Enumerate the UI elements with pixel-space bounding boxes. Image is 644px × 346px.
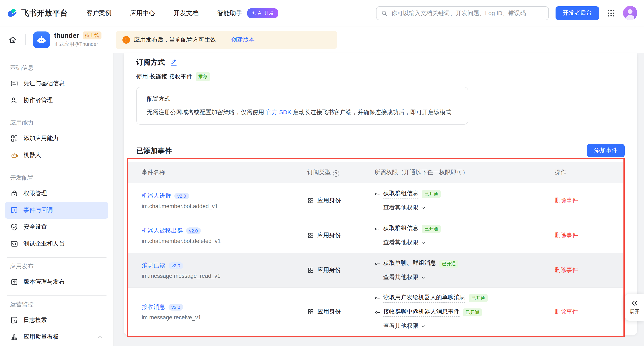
app-name: thunder [54, 32, 79, 39]
event-name-link[interactable]: 机器人进群 [142, 192, 171, 200]
edit-subscription-icon[interactable] [171, 59, 176, 66]
bar-chart-icon [10, 333, 18, 341]
key-icon [374, 295, 381, 301]
feishu-bird-icon [7, 7, 18, 19]
col-header-subscription-type: 订阅类型? [307, 168, 374, 176]
view-other-permissions[interactable]: 查看其他权限 [383, 274, 555, 281]
subscription-type: 应用身份 [318, 197, 341, 204]
sidebar-item-label: 机器人 [24, 152, 41, 159]
events-table: 事件名称 订阅类型? 所需权限（开通以下任一权限即可） 操作 [128, 162, 623, 336]
user-avatar[interactable] [623, 6, 637, 20]
delete-event-link[interactable]: 删除事件 [555, 308, 578, 315]
sparkle-icon [251, 10, 256, 16]
delete-event-link[interactable]: 删除事件 [555, 197, 578, 204]
subscription-mode-line: 使用 长连接 接收事件 推荐 [136, 72, 625, 81]
home-icon[interactable] [7, 34, 18, 46]
search-input[interactable] [391, 10, 544, 16]
main-area: 订阅方式 使用 长连接 接收事件 推荐 配置方式 [114, 53, 644, 346]
permission-status-badge: 已开通 [463, 308, 482, 316]
sidebar-item-collaborators[interactable]: 协作者管理 [5, 92, 108, 109]
permission-name[interactable]: 获取群组信息 [383, 190, 418, 198]
sidebar-item-log-search[interactable]: 日志检索 [5, 312, 108, 328]
app-identity-icon [307, 308, 314, 315]
app-grid-icon[interactable] [607, 9, 616, 18]
collaborator-add-icon [10, 96, 18, 105]
subscription-type: 应用身份 [318, 266, 341, 274]
sidebar-item-label: 日志检索 [24, 316, 47, 324]
delete-event-link[interactable]: 删除事件 [555, 232, 578, 238]
nav-customer-cases[interactable]: 客户案例 [86, 9, 112, 17]
sidebar-item-events-callbacks[interactable]: 事件与回调 [5, 202, 108, 219]
ai-dev-badge[interactable]: AI 开发 [247, 8, 278, 18]
event-code: im.chat.member.bot.deleted_v1 [142, 238, 307, 244]
official-sdk-link[interactable]: 官方 SDK [266, 109, 291, 115]
view-other-permissions[interactable]: 查看其他权限 [383, 239, 555, 246]
expand-panel-button[interactable]: 展开 [625, 294, 644, 321]
sidebar-item-permissions[interactable]: 权限管理 [5, 185, 108, 202]
view-other-permissions[interactable]: 查看其他权限 [383, 204, 555, 211]
sidebar-item-credentials[interactable]: 凭证与基础信息 [5, 75, 108, 92]
help-icon[interactable]: ? [333, 170, 339, 176]
nav-dev-docs[interactable]: 开发文档 [174, 9, 199, 17]
table-row: 接收消息 v2.0 im.message.receive_v1 [128, 287, 623, 336]
event-code: im.message.message_read_v1 [142, 272, 307, 279]
table-row: 机器人被移出群 v2.0 im.chat.member.bot.deleted_… [128, 218, 623, 253]
sidebar-item-label: 凭证与基础信息 [24, 80, 64, 87]
app-identity-icon [307, 197, 314, 204]
divider [7, 295, 106, 296]
sidebar-item-test-company[interactable]: 测试企业和人员 [5, 235, 108, 252]
chevron-up-icon[interactable] [97, 334, 103, 340]
event-name-link[interactable]: 接收消息 [142, 303, 165, 311]
version-badge: v2.0 [168, 304, 183, 310]
subscription-type: 应用身份 [318, 232, 341, 239]
top-nav: 客户案例 应用中心 开发文档 智能助手 AI 开发 [86, 8, 278, 18]
view-other-permissions[interactable]: 查看其他权限 [383, 322, 555, 330]
credential-icon [10, 79, 18, 88]
status-badge: 待上线 [82, 32, 101, 40]
expand-label: 展开 [630, 308, 640, 315]
permission-name[interactable]: 接收群聊中@机器人消息事件 [383, 308, 460, 317]
permission-name[interactable]: 读取用户发给机器人的单聊消息 [383, 294, 466, 302]
nav-app-center[interactable]: 应用中心 [130, 9, 155, 17]
sidebar-item-quality-dashboard[interactable]: 应用质量看板 [5, 328, 108, 345]
sidebar-item-security[interactable]: 安全设置 [5, 219, 108, 235]
create-version-link[interactable]: 创建版本 [231, 36, 255, 44]
robot-icon [10, 151, 18, 159]
app-identity-icon [307, 267, 314, 274]
logo-text: 飞书开放平台 [22, 8, 68, 18]
app-identity-icon [307, 232, 314, 239]
nav-ai-assistant[interactable]: 智能助手 [217, 9, 242, 17]
lock-icon [10, 189, 18, 198]
chevron-down-icon [420, 240, 426, 245]
chevron-down-icon [420, 205, 426, 210]
sidebar-item-add-capability[interactable]: 添加应用能力 [5, 130, 108, 147]
sidebar-item-label: 测试企业和人员 [24, 240, 64, 248]
version-badge: v2.0 [174, 192, 189, 199]
chevron-down-icon [420, 275, 426, 280]
sidebar-item-bot[interactable]: 机器人 [5, 147, 108, 164]
dev-console-button[interactable]: 开发者后台 [556, 6, 599, 20]
permission-name[interactable]: 获取单聊、群组消息 [383, 259, 436, 268]
delete-event-link[interactable]: 删除事件 [555, 266, 578, 273]
add-event-button[interactable]: 添加事件 [587, 144, 625, 157]
topbar-right: 开发者后台 [376, 6, 637, 20]
event-callback-icon [10, 206, 18, 214]
sidebar-item-label: 添加应用能力 [24, 135, 59, 142]
table-header-row: 事件名称 订阅类型? 所需权限（开通以下任一权限即可） 操作 [128, 162, 623, 183]
divider [7, 114, 106, 114]
feishu-logo[interactable]: 飞书开放平台 [7, 7, 68, 19]
config-mode-desc: 无需注册公网域名或配置加密策略，仅需使用 官方 SDK 启动长连接飞书客户端，并… [147, 109, 458, 116]
sidebar-item-label: 应用质量看板 [24, 333, 59, 341]
content-area: 基础信息 凭证与基础信息 [0, 53, 644, 346]
global-search[interactable] [376, 6, 549, 20]
event-name-link[interactable]: 机器人被移出群 [142, 227, 183, 234]
permission-name[interactable]: 获取群组信息 [383, 224, 418, 233]
event-name-link[interactable]: 消息已读 [142, 262, 165, 269]
permission-status-badge: 已开通 [422, 225, 441, 233]
sidebar-item-label: 协作者管理 [24, 97, 53, 104]
long-connection-label: 长连接 [150, 73, 167, 80]
double-chevron-left-icon [631, 300, 638, 307]
sidebar-item-version-release[interactable]: 版本管理与发布 [5, 274, 108, 290]
col-header-permissions: 所需权限（开通以下任一权限即可） [374, 169, 555, 176]
sidebar: 基础信息 凭证与基础信息 [0, 53, 114, 346]
